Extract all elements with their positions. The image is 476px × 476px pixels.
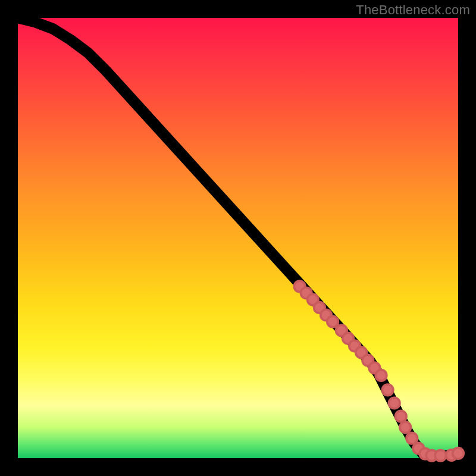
scatter-point: [453, 448, 464, 459]
scatter-point: [375, 370, 387, 381]
scatter-point: [435, 450, 446, 461]
scatter-point: [396, 411, 407, 422]
scatter-point: [406, 433, 418, 444]
chart-overlay: [18, 18, 458, 458]
watermark-text: TheBottleneck.com: [356, 2, 470, 18]
scatter-point: [400, 422, 411, 433]
scatter-point: [327, 316, 339, 327]
chart-stage: TheBottleneck.com: [0, 0, 476, 476]
scatter-group: [294, 281, 464, 461]
scatter-point: [389, 397, 400, 409]
scatter-point: [382, 384, 393, 396]
